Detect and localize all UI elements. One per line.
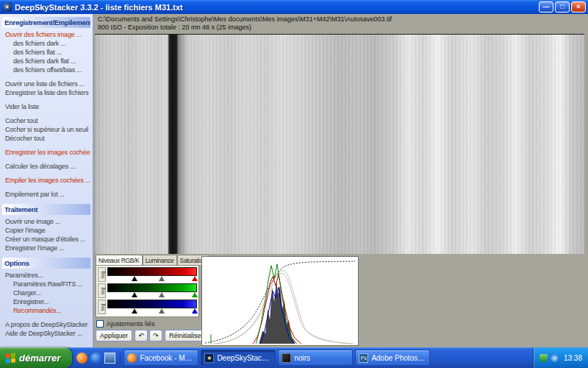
- taskbar-task-button[interactable]: Adobe Photoshop: [355, 350, 430, 366]
- section-items: Ouvrir une image ...Copier l'imageCréer …: [2, 217, 90, 252]
- shadow-marker[interactable]: [132, 276, 137, 281]
- level-gradient-bar: [107, 267, 197, 276]
- sidebar-link[interactable]: Aide de DeepSkyStacker ...: [2, 329, 90, 338]
- shadow-marker[interactable]: [132, 292, 137, 297]
- log-scale-button[interactable]: log: [98, 300, 106, 314]
- level-bar-wrap: [107, 300, 197, 314]
- undo-redo-button[interactable]: ↷: [149, 330, 162, 342]
- section-registering-stacking: Enregistrement/Empilement Ouvrir des fic…: [2, 17, 90, 199]
- undo-redo-button[interactable]: ↶: [135, 330, 148, 342]
- highlight-marker[interactable]: [192, 292, 198, 297]
- task-icon: [127, 353, 137, 363]
- sidebar-link[interactable]: Recommandés...: [2, 306, 90, 315]
- section-processing: Traitement Ouvrir une image ...Copier l'…: [2, 204, 90, 252]
- sidebar-link[interactable]: Ouvrir une liste de fichiers ...: [2, 79, 90, 88]
- processing-buttons: Appliquer ↶↷ Réinitialiser: [96, 330, 199, 342]
- main-area: C:\Documents and Settings\Christophe\Mes…: [94, 14, 588, 347]
- quick-launch-icon[interactable]: [76, 353, 87, 364]
- midtone-marker[interactable]: [159, 308, 165, 314]
- highlight-marker[interactable]: [192, 276, 198, 281]
- sidebar-link[interactable]: des fichiers dark flat ...: [2, 57, 90, 66]
- maximize-button[interactable]: □: [555, 1, 570, 13]
- taskbar-task-button[interactable]: Facebook - Mozilla Fir...: [123, 350, 198, 366]
- sidebar-link[interactable]: Enregistrer l'image ...: [2, 244, 90, 252]
- sidebar-link[interactable]: Ouvrir une image ...: [2, 217, 90, 226]
- sidebar-link[interactable]: Charger...: [2, 289, 90, 297]
- apply-button[interactable]: Appliquer: [96, 330, 132, 342]
- sidebar-link[interactable]: Empilement par lot ...: [2, 190, 90, 199]
- level-bar-wrap: [107, 267, 197, 282]
- histogram-panel: [201, 256, 359, 346]
- sidebar-link[interactable]: des fichiers offset/bias ...: [2, 66, 90, 74]
- linked-adjustments-checkbox[interactable]: [96, 320, 104, 328]
- sidebar-link[interactable]: Ouvrir des fichiers image ...: [2, 30, 90, 39]
- section-header: Enregistrement/Empilement: [2, 17, 90, 28]
- processing-tabs: Niveaux RGB/KLuminanceSaturation: [96, 255, 199, 265]
- minimize-button[interactable]: —: [539, 1, 553, 13]
- sidebar: Enregistrement/Empilement Ouvrir des fic…: [0, 14, 93, 347]
- highlight-marker[interactable]: [192, 308, 198, 314]
- sidebar-link[interactable]: des fichiers flat ...: [2, 48, 90, 57]
- start-label: démarrer: [19, 353, 60, 364]
- sidebar-link[interactable]: des fichiers dark ...: [2, 39, 90, 48]
- close-button[interactable]: ×: [571, 1, 586, 13]
- window-body: Enregistrement/Empilement Ouvrir des fic…: [0, 14, 588, 347]
- sidebar-link[interactable]: Cocher si supérieur à un seuil ...: [2, 125, 90, 134]
- window-title: DeepSkyStacker 3.3.2 - liste fichiers M3…: [15, 3, 537, 12]
- tray-icon[interactable]: [551, 354, 559, 362]
- sidebar-link[interactable]: Paramètres Raw/FITS ...: [2, 280, 90, 289]
- clock: 13:38: [564, 354, 582, 362]
- sidebar-link[interactable]: Vider la liste: [2, 102, 90, 111]
- linked-adjustments-label: Ajustements liés: [107, 320, 155, 328]
- quick-launch: [72, 353, 121, 364]
- taskbar-task-button[interactable]: noirs: [278, 350, 353, 366]
- sidebar-link[interactable]: Enregistrer les images cochées ...: [2, 148, 90, 157]
- sidebar-link[interactable]: Copier l'image: [2, 226, 90, 235]
- quick-launch-icon[interactable]: [90, 353, 101, 364]
- shadow-marker[interactable]: [132, 308, 137, 314]
- security-tray-icon[interactable]: [539, 354, 548, 362]
- windows-logo-icon: [6, 353, 15, 363]
- taskbar-task-button[interactable]: DeepSkyStacker 3.3...: [201, 350, 276, 366]
- system-tray: 13:38: [533, 347, 588, 368]
- history-buttons: ↶↷: [135, 330, 162, 342]
- midtone-marker[interactable]: [159, 276, 165, 281]
- sidebar-link[interactable]: Enregistrer la liste des fichiers ...: [2, 88, 90, 97]
- log-scale-button[interactable]: log: [98, 283, 106, 298]
- deepskystacker-window: ★ DeepSkyStacker 3.3.2 - liste fichiers …: [0, 0, 588, 368]
- section-options: Options Paramètres...Paramètres Raw/FITS…: [2, 258, 90, 338]
- processing-tab[interactable]: Niveaux RGB/K: [96, 255, 143, 265]
- title-bar: ★ DeepSkyStacker 3.3.2 - liste fichiers …: [0, 0, 588, 14]
- channel-row: log: [98, 283, 197, 298]
- sidebar-link[interactable]: Créer un masque d'étoiles ...: [2, 235, 90, 244]
- app-icon: ★: [2, 2, 12, 12]
- sidebar-link[interactable]: Calculer les décalages ...: [2, 162, 90, 171]
- start-button[interactable]: démarrer: [0, 347, 72, 368]
- sidebar-link[interactable]: Cocher tout: [2, 116, 90, 125]
- file-path: C:\Documents and Settings\Christophe\Mes…: [98, 15, 584, 24]
- section-items: Ouvrir des fichiers image ...des fichier…: [2, 30, 90, 199]
- section-items: Paramètres...Paramètres Raw/FITS ...Char…: [2, 271, 90, 338]
- sidebar-link[interactable]: A propos de DeepSkyStacker ...: [2, 320, 90, 329]
- level-markers: [107, 276, 197, 282]
- image-preview: [95, 34, 584, 254]
- taskbar: démarrer Facebook - Mozilla Fir... DeepS…: [0, 347, 588, 368]
- section-header: Options: [2, 258, 90, 269]
- level-gradient-bar: [107, 300, 197, 308]
- channel-row: log: [98, 300, 197, 314]
- sidebar-link[interactable]: Empiler les images cochées ...: [2, 176, 90, 185]
- midtone-marker[interactable]: [159, 292, 165, 297]
- level-sliders: log log: [96, 265, 199, 317]
- task-buttons: Facebook - Mozilla Fir... DeepSkyStacker…: [121, 350, 533, 366]
- channel-row: log: [98, 267, 197, 282]
- processing-panel: Niveaux RGB/KLuminanceSaturation log: [96, 255, 199, 342]
- level-markers: [107, 308, 197, 314]
- processing-tab[interactable]: Luminance: [143, 255, 177, 265]
- level-gradient-bar: [107, 283, 197, 292]
- sidebar-link[interactable]: Enregistrer...: [2, 297, 90, 306]
- quick-launch-icon[interactable]: [104, 353, 115, 364]
- task-icon: [282, 353, 291, 363]
- log-scale-button[interactable]: log: [98, 267, 106, 282]
- sidebar-link[interactable]: Paramètres...: [2, 271, 90, 280]
- sidebar-link[interactable]: Décocher tout: [2, 134, 90, 143]
